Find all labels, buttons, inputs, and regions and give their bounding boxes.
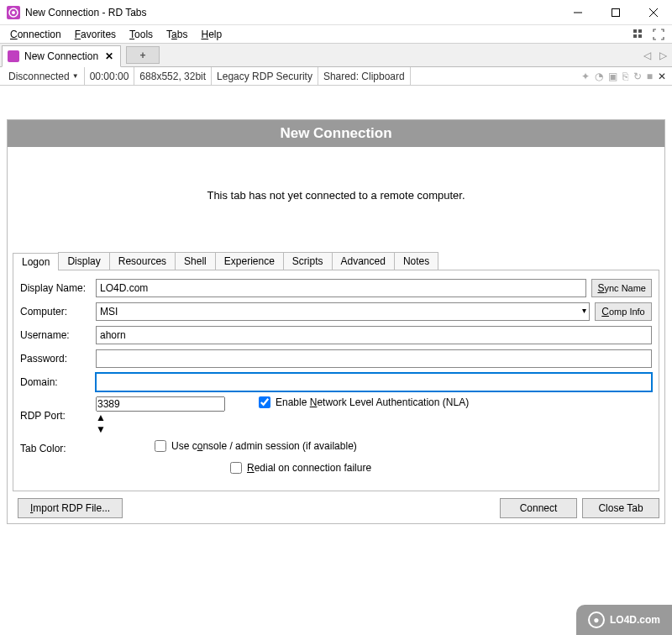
connection-panel: New Connection This tab has not yet conn…: [7, 119, 665, 524]
comp-info-button[interactable]: Comp Info: [595, 302, 652, 321]
display-name-input[interactable]: [96, 279, 586, 297]
status-shared: Shared: Clipboard: [318, 67, 411, 85]
close-panel-icon[interactable]: ✕: [655, 71, 669, 82]
domain-label: Domain:: [20, 376, 96, 388]
content-area: New Connection This tab has not yet conn…: [0, 86, 672, 531]
new-tab-button[interactable]: +: [126, 46, 160, 64]
rdp-port-input[interactable]: [96, 396, 225, 412]
status-resolution: 688x552, 32bit: [134, 67, 212, 85]
sync-name-button[interactable]: Sync Name: [591, 279, 652, 297]
username-label: Username:: [20, 329, 96, 341]
redial-label: Redial on connection failure: [247, 462, 371, 474]
password-label: Password:: [20, 353, 96, 365]
titlebar: New Connection - RD Tabs: [0, 0, 672, 25]
bottom-buttons: Import RDP File... Connect Close Tab: [13, 491, 659, 518]
stop-icon[interactable]: ■: [644, 71, 655, 82]
close-tab-button[interactable]: Close Tab: [582, 498, 659, 518]
tab-logon[interactable]: Logon: [13, 253, 59, 270]
fullscreen-icon[interactable]: [648, 29, 669, 40]
tab-scripts[interactable]: Scripts: [283, 252, 333, 270]
app-icon: [7, 6, 20, 19]
connect-button[interactable]: Connect: [500, 498, 577, 518]
nla-checkbox[interactable]: [259, 396, 270, 408]
refresh-icon[interactable]: ↻: [631, 71, 644, 82]
svg-rect-6: [633, 29, 637, 33]
svg-point-1: [12, 11, 15, 14]
status-state[interactable]: Disconnected▼: [3, 67, 85, 85]
display-name-label: Display Name:: [20, 282, 96, 294]
status-security: Legacy RDP Security: [212, 67, 318, 85]
tab-scroll-left-icon[interactable]: ◁: [640, 50, 654, 61]
menu-tools[interactable]: Tools: [123, 27, 160, 42]
maximize-button[interactable]: [596, 0, 634, 25]
tab-display[interactable]: Display: [58, 252, 109, 270]
watermark-icon: ●: [588, 611, 605, 628]
password-input[interactable]: [96, 349, 652, 368]
tabstrip: New Connection ✕ + ◁ ▷: [0, 44, 672, 67]
camera-icon[interactable]: ▣: [606, 71, 620, 82]
tab-close-icon[interactable]: ✕: [103, 50, 115, 62]
tab-title: New Connection: [24, 50, 98, 62]
computer-label: Computer:: [20, 306, 96, 318]
watermark: ● LO4D.com: [576, 605, 672, 635]
console-checkbox[interactable]: [155, 440, 166, 452]
svg-rect-7: [638, 29, 642, 33]
port-spin-up-icon[interactable]: ▲: [96, 412, 225, 423]
status-time: 00:00:00: [85, 67, 135, 85]
statusbar: Disconnected▼ 00:00:00 688x552, 32bit Le…: [0, 67, 672, 86]
import-rdp-button[interactable]: Import RDP File...: [18, 498, 123, 518]
tab-experience[interactable]: Experience: [215, 252, 284, 270]
tab-scroll-right-icon[interactable]: ▷: [656, 50, 670, 61]
port-spin-down-icon[interactable]: ▼: [96, 423, 225, 435]
copy-icon[interactable]: ⎘: [620, 71, 631, 82]
tab-resources[interactable]: Resources: [109, 252, 176, 270]
window-title: New Connection - RD Tabs: [25, 7, 559, 18]
thumbnails-icon[interactable]: [628, 29, 648, 40]
menu-help[interactable]: Help: [194, 27, 228, 42]
pin-icon[interactable]: ✦: [579, 71, 592, 82]
panel-header: New Connection: [8, 120, 664, 147]
domain-input[interactable]: [96, 373, 652, 391]
nla-label: Enable Network Level Authentication (NLA…: [276, 396, 469, 408]
svg-rect-9: [638, 34, 642, 38]
tab-advanced[interactable]: Advanced: [332, 252, 395, 270]
panel-message: This tab has not yet connected to a remo…: [8, 147, 664, 252]
rdp-port-label: RDP Port:: [20, 410, 96, 422]
menu-tabs[interactable]: Tabs: [160, 27, 194, 42]
console-label: Use console / admin session (if availabl…: [171, 440, 357, 452]
settings-body: Display Name: Sync Name Computer: ▾ Comp…: [13, 270, 659, 491]
menu-connection[interactable]: Connection: [3, 27, 68, 42]
clock-icon[interactable]: ◔: [592, 71, 606, 82]
redial-checkbox[interactable]: [230, 462, 242, 474]
settings-tabs: Logon Display Resources Shell Experience…: [13, 252, 659, 270]
tab-color-label: Tab Color:: [20, 443, 96, 454]
username-input[interactable]: [96, 326, 652, 344]
minimize-button[interactable]: [559, 0, 596, 25]
tab-shell[interactable]: Shell: [175, 252, 216, 270]
tab-new-connection[interactable]: New Connection ✕: [2, 45, 121, 67]
menu-favorites[interactable]: Favorites: [68, 27, 123, 42]
tab-nav: ◁ ▷: [640, 44, 670, 66]
menubar: Connection Favorites Tools Tabs Help: [0, 25, 672, 44]
tab-notes[interactable]: Notes: [394, 252, 438, 270]
svg-rect-8: [633, 34, 637, 38]
close-button[interactable]: [634, 0, 672, 25]
svg-rect-3: [612, 8, 619, 16]
tab-icon: [8, 50, 19, 62]
computer-input[interactable]: [96, 302, 590, 321]
